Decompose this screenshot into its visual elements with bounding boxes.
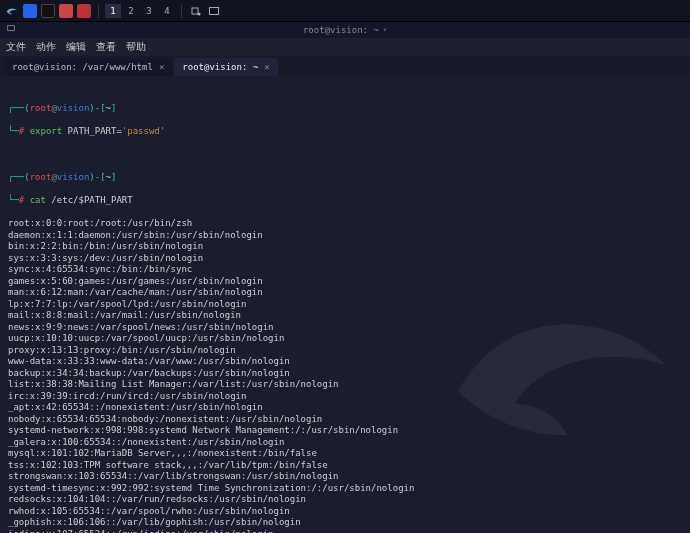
menu-action[interactable]: 动作 [36, 40, 56, 54]
editor-icon[interactable] [58, 3, 74, 19]
passwd-output: root:x:0:0:root:/root:/usr/bin/zsh daemo… [8, 218, 682, 533]
app-icon[interactable] [76, 3, 92, 19]
window-title: root@vision: ~ [303, 25, 379, 35]
terminal-output[interactable]: ┌──(root@vision)-[~] └─# export PATH_PAR… [0, 76, 690, 533]
tab-label: root@vision: /var/www/html [12, 62, 153, 72]
tab-label: root@vision: ~ [182, 62, 258, 72]
workspace-3[interactable]: 3 [141, 4, 157, 18]
svg-point-1 [198, 12, 201, 15]
record-icon[interactable] [188, 3, 204, 19]
menu-help[interactable]: 帮助 [126, 40, 146, 54]
terminal-icon[interactable] [40, 3, 56, 19]
menu-edit[interactable]: 编辑 [66, 40, 86, 54]
window-titlebar: root@vision: ~ ▾ [0, 22, 690, 38]
separator [98, 4, 99, 18]
workspace-2[interactable]: 2 [123, 4, 139, 18]
close-icon[interactable]: × [264, 62, 269, 72]
separator [181, 4, 182, 18]
svg-rect-0 [192, 8, 198, 14]
workspace-4[interactable]: 4 [159, 4, 175, 18]
menu-file[interactable]: 文件 [6, 40, 26, 54]
folder-icon[interactable] [22, 3, 38, 19]
close-icon[interactable]: × [159, 62, 164, 72]
kali-logo-icon[interactable] [4, 3, 20, 19]
menubar: 文件 动作 编辑 查看 帮助 [0, 38, 690, 56]
tab-home[interactable]: root@vision: ~ × [174, 58, 277, 76]
tab-bar: root@vision: /var/www/html × root@vision… [0, 56, 690, 76]
svg-rect-3 [8, 26, 15, 31]
menu-view[interactable]: 查看 [96, 40, 116, 54]
taskbar: 1 2 3 4 [0, 0, 690, 22]
workspace-1[interactable]: 1 [105, 4, 121, 18]
dropdown-icon[interactable]: ▾ [383, 26, 387, 34]
svg-rect-2 [210, 7, 219, 14]
tab-var-www-html[interactable]: root@vision: /var/www/html × [4, 58, 172, 76]
window-menu-icon[interactable] [6, 24, 16, 36]
screenshot-icon[interactable] [206, 3, 222, 19]
